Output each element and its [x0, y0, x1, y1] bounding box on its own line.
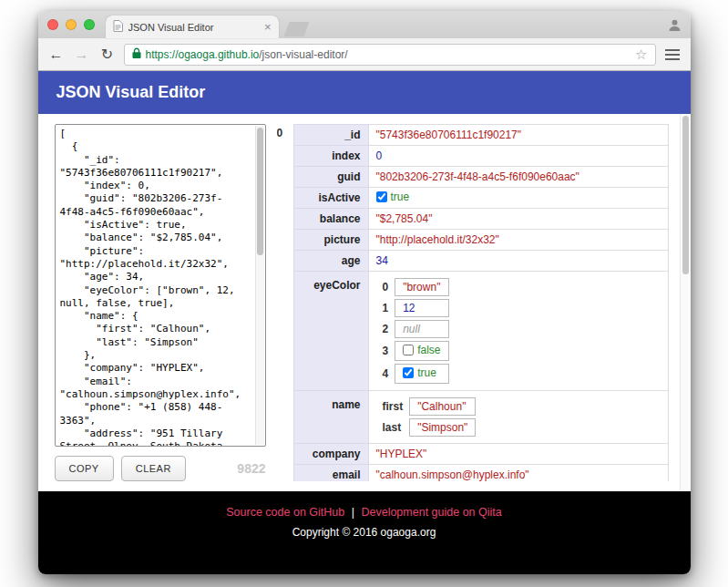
- row-key: age: [293, 251, 368, 272]
- table-row: company "HYPLEX": [293, 444, 668, 465]
- textarea-scrollbar-thumb[interactable]: [257, 128, 263, 255]
- row-value[interactable]: "$2,785.04": [368, 209, 668, 230]
- browser-toolbar: ← → ↻ https://ogaoga.github.io/json-visu…: [38, 38, 691, 71]
- table-row: index 0: [293, 146, 668, 167]
- tab-strip: JSON Visual Editor ×: [38, 11, 691, 38]
- eyecolor-4-checkbox[interactable]: [403, 367, 414, 378]
- row-value[interactable]: "5743f36e80706111c1f90217": [368, 125, 668, 146]
- window-controls: [47, 19, 95, 30]
- nested-index: 3: [379, 341, 393, 361]
- row-key: _id: [293, 125, 368, 146]
- row-key: name: [293, 391, 368, 444]
- nested-value[interactable]: 12: [395, 299, 449, 317]
- row-key: index: [293, 146, 368, 167]
- editor-actions: COPY CLEAR 9822: [55, 456, 266, 481]
- menu-icon[interactable]: [663, 47, 682, 62]
- nested-row: 4 true: [379, 364, 450, 384]
- row-value: first "Calhoun" last "Simpson": [368, 391, 668, 444]
- browser-tab[interactable]: JSON Visual Editor ×: [106, 15, 279, 38]
- url-origin: https://ogaoga.github.io: [146, 48, 260, 61]
- main-content: [ { "_id": "5743f36e80706111c1f90217", "…: [38, 114, 691, 491]
- nested-value[interactable]: null: [395, 320, 449, 338]
- row-value[interactable]: 0: [368, 146, 668, 167]
- nested-row: 2 null: [379, 320, 450, 338]
- footer-separator: |: [352, 506, 354, 519]
- nested-row: first "Calhoun": [379, 397, 477, 416]
- url-path: /json-visual-editor/: [259, 48, 347, 61]
- table-row: age 34: [293, 251, 668, 272]
- nested-row: 1 12: [379, 299, 450, 317]
- page-scrollbar-thumb[interactable]: [682, 116, 689, 274]
- textarea-scrollbar[interactable]: [255, 126, 264, 445]
- row-value[interactable]: "HYPLEX": [368, 444, 668, 465]
- row-value[interactable]: true: [368, 188, 668, 209]
- reload-icon[interactable]: ↻: [98, 47, 117, 62]
- page-title: JSON Visual Editor: [38, 71, 691, 114]
- array-index: 0: [277, 124, 293, 139]
- nested-array-table: 0 "brown" 1 12 2 null: [376, 275, 453, 386]
- nested-index: 4: [379, 364, 393, 384]
- table-row: guid "802b3206-273f-4f48-a4c5-f6f090e60a…: [293, 167, 668, 188]
- table-row: _id "5743f36e80706111c1f90217": [293, 125, 668, 146]
- table-row: isActive true: [293, 188, 668, 209]
- row-value: 0 "brown" 1 12 2 null: [368, 272, 668, 391]
- nested-value[interactable]: "brown": [395, 278, 449, 296]
- row-key: guid: [293, 167, 368, 188]
- row-key: isActive: [293, 188, 368, 209]
- new-tab-button[interactable]: [284, 22, 310, 36]
- row-value[interactable]: "calhoun.simpson@hyplex.info": [368, 465, 668, 482]
- row-key: balance: [293, 209, 368, 230]
- back-icon[interactable]: ←: [47, 47, 66, 62]
- favicon-icon: [113, 19, 123, 36]
- row-value[interactable]: "http://placehold.it/32x32": [368, 230, 668, 251]
- browser-window: JSON Visual Editor × ← → ↻ https://ogaog…: [38, 11, 691, 574]
- clear-button[interactable]: CLEAR: [121, 456, 186, 481]
- row-value[interactable]: "802b3206-273f-4f48-a4c5-f6f090e60aac": [368, 167, 668, 188]
- json-text-input[interactable]: [ { "_id": "5743f36e80706111c1f90217", "…: [56, 125, 265, 446]
- nested-index: 0: [379, 278, 393, 296]
- nested-row: last "Simpson": [379, 418, 477, 437]
- address-bar[interactable]: https://ogaoga.github.io/json-visual-edi…: [124, 44, 656, 66]
- table-row-eyecolor: eyeColor 0 "brown" 1: [293, 272, 668, 391]
- isActive-checkbox[interactable]: [376, 191, 387, 202]
- zoom-window-button[interactable]: [84, 19, 95, 30]
- row-key: picture: [293, 230, 368, 251]
- forward-icon[interactable]: →: [73, 47, 91, 62]
- nested-value[interactable]: "Simpson": [409, 418, 476, 437]
- row-key: eyeColor: [293, 272, 368, 391]
- nested-value[interactable]: "Calhoun": [409, 397, 476, 416]
- nested-index: 2: [379, 320, 393, 338]
- visual-editor-panel: 0 _id "5743f36e80706111c1f90217" index 0…: [277, 124, 669, 481]
- page-scrollbar[interactable]: [680, 114, 691, 491]
- char-count: 9822: [237, 461, 265, 476]
- row-key: company: [293, 444, 368, 465]
- nested-index: 1: [379, 299, 393, 317]
- table-row: email "calhoun.simpson@hyplex.info": [293, 465, 668, 482]
- nested-value[interactable]: true: [395, 364, 449, 384]
- tab-title: JSON Visual Editor: [128, 22, 259, 33]
- table-row: picture "http://placehold.it/32x32": [293, 230, 668, 251]
- github-link[interactable]: Source code on GitHub: [226, 506, 344, 519]
- table-row-name: name first "Calhoun" last: [293, 391, 668, 444]
- copy-button[interactable]: COPY: [55, 456, 114, 481]
- eyecolor-3-checkbox[interactable]: [403, 345, 414, 355]
- close-window-button[interactable]: [47, 19, 58, 30]
- json-table: _id "5743f36e80706111c1f90217" index 0 g…: [293, 124, 669, 481]
- table-row: balance "$2,785.04": [293, 209, 668, 230]
- nested-value[interactable]: false: [395, 341, 449, 361]
- lock-icon: [132, 47, 141, 62]
- qiita-link[interactable]: Development guide on Qiita: [361, 506, 501, 519]
- profile-icon[interactable]: [668, 18, 682, 32]
- nested-object-table: first "Calhoun" last "Simpson": [376, 395, 479, 439]
- row-key: email: [293, 465, 368, 482]
- nested-key: first: [379, 397, 407, 416]
- nested-row: 3 false: [379, 341, 450, 361]
- bookmark-star-icon[interactable]: ☆: [635, 47, 647, 61]
- nested-row: 0 "brown": [379, 278, 450, 296]
- tab-close-icon[interactable]: ×: [264, 21, 272, 33]
- json-input-wrap: [ { "_id": "5743f36e80706111c1f90217", "…: [55, 124, 266, 447]
- url-text: https://ogaoga.github.io/json-visual-edi…: [146, 48, 631, 61]
- minimize-window-button[interactable]: [66, 19, 77, 30]
- row-value[interactable]: 34: [368, 251, 668, 272]
- page-footer: Source code on GitHub | Development guid…: [38, 491, 691, 574]
